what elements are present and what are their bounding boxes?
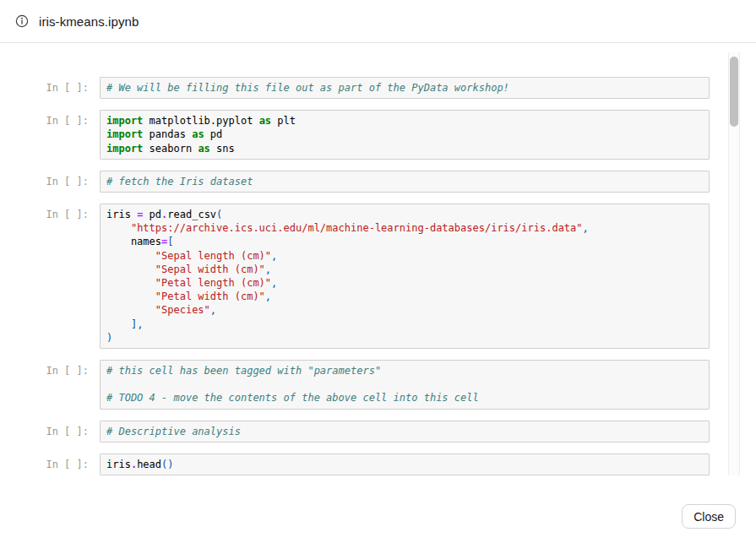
code-line: import seaborn as sns	[106, 142, 703, 155]
notebook-cell: In [ ]:iris = pd.read_csv( "https://arch…	[38, 204, 710, 349]
notebook-cell: In [ ]:# fetch the Iris dataset	[38, 171, 710, 193]
notebook-cells: In [ ]:# We will be filling this file ou…	[0, 44, 756, 490]
dialog-header: iris-kmeans.ipynb	[0, 0, 756, 43]
code-line: # Descriptive analysis	[106, 425, 703, 438]
code-line: names=[	[106, 235, 703, 248]
cell-code: iris = pd.read_csv( "https://archive.ics…	[100, 204, 710, 349]
cell-code: # We will be filling this file out as pa…	[100, 77, 710, 99]
code-line: "Sepal width (cm)",	[106, 263, 703, 276]
notebook-scroll-area: In [ ]:# We will be filling this file ou…	[0, 44, 756, 490]
code-line: import pandas as pd	[106, 128, 703, 141]
cell-code: iris.head()	[100, 453, 710, 475]
code-line: iris = pd.read_csv(	[106, 208, 703, 221]
cell-code: # this cell has been tagged with "parame…	[100, 360, 710, 410]
info-icon	[15, 14, 29, 28]
dialog-footer: Close	[0, 490, 756, 543]
notebook-filename: iris-kmeans.ipynb	[39, 14, 139, 29]
cell-prompt: In [ ]:	[38, 110, 89, 128]
notebook-cell: In [ ]:iris.head()	[38, 453, 710, 475]
notebook-cell: In [ ]:# this cell has been tagged with …	[38, 360, 710, 410]
code-line: )	[106, 331, 703, 345]
code-line: # We will be filling this file out as pa…	[106, 81, 703, 95]
notebook-preview-dialog: iris-kmeans.ipynb In [ ]:# We will be fi…	[0, 0, 756, 543]
code-line: ],	[106, 318, 703, 331]
scrollbar-track[interactable]	[728, 52, 740, 475]
code-line: "Sepal length (cm)",	[106, 249, 703, 263]
cell-prompt: In [ ]:	[38, 77, 89, 95]
code-line: import matplotlib.pyplot as plt	[106, 114, 703, 128]
notebook-cell: In [ ]:import matplotlib.pyplot as pltim…	[38, 110, 710, 160]
cell-prompt: In [ ]:	[38, 204, 89, 221]
code-line: "Petal length (cm)",	[106, 276, 703, 290]
cell-prompt: In [ ]:	[38, 360, 89, 377]
cell-prompt: In [ ]:	[38, 171, 89, 188]
cell-prompt: In [ ]:	[38, 453, 89, 471]
close-button[interactable]: Close	[682, 504, 736, 529]
code-line: # this cell has been tagged with "parame…	[106, 364, 703, 377]
notebook-cell: In [ ]:# Descriptive analysis	[38, 421, 710, 443]
notebook-cell: In [ ]:# We will be filling this file ou…	[38, 77, 710, 99]
code-line: "https://archive.ics.uci.edu/ml/machine-…	[106, 221, 703, 235]
cell-code: import matplotlib.pyplot as pltimport pa…	[100, 110, 710, 160]
code-line: # fetch the Iris dataset	[106, 175, 703, 188]
cell-code: # Descriptive analysis	[100, 421, 710, 443]
code-line: "Species",	[106, 303, 703, 317]
code-line: iris.head()	[106, 458, 703, 471]
code-line: # TODO 4 - move the contents of the abov…	[106, 391, 703, 405]
cell-prompt: In [ ]:	[38, 421, 89, 438]
code-line	[106, 377, 703, 391]
code-line: "Petal width (cm)",	[106, 290, 703, 303]
scrollbar-thumb[interactable]	[730, 57, 738, 127]
cell-code: # fetch the Iris dataset	[100, 171, 710, 193]
